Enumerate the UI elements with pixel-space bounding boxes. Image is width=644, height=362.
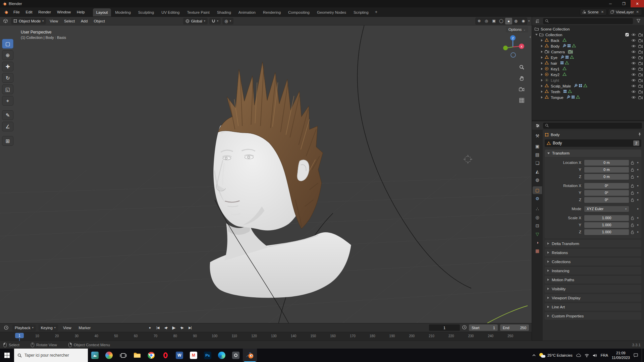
chevron-right-icon[interactable]	[540, 50, 543, 53]
timeline-ruler[interactable]: 1102030405060708090100110120130140150160…	[0, 332, 532, 341]
disable-render-icon[interactable]	[638, 56, 643, 59]
animate-dot[interactable]: ●	[636, 230, 640, 234]
transform-value-field[interactable]: 1.000	[584, 215, 629, 221]
add-workspace-button[interactable]: +	[372, 9, 380, 14]
timeline-menu-playback[interactable]: Playback▾	[12, 324, 36, 331]
disable-render-icon[interactable]	[638, 79, 643, 82]
auto-keyframe-clock-icon[interactable]	[462, 325, 467, 330]
jump-start-button[interactable]: |◀	[154, 324, 161, 331]
timeline-menu-marker[interactable]: Marker	[76, 326, 93, 330]
outliner-row[interactable]: Camera	[532, 49, 644, 55]
frame-tick-120[interactable]: 120	[251, 334, 257, 338]
lock-icon[interactable]	[629, 184, 636, 188]
lock-icon[interactable]	[629, 230, 636, 234]
frame-tick-140[interactable]: 140	[291, 334, 297, 338]
properties-tab-scene[interactable]: ◭	[533, 168, 542, 175]
frame-tick-200[interactable]: 200	[409, 334, 415, 338]
jump-end-button[interactable]: ▶|	[186, 324, 194, 331]
transform-value-field[interactable]: XYZ Euler▾	[584, 206, 629, 212]
transform-orientation-dropdown[interactable]: Global▾	[183, 18, 208, 24]
shading-wireframe-icon[interactable]: ◯	[498, 18, 505, 24]
task-view-icon[interactable]	[116, 349, 130, 362]
hide-viewport-icon[interactable]	[631, 79, 636, 82]
properties-tab-object[interactable]: ▢	[533, 186, 542, 194]
panel-section-delta-transform[interactable]: Delta Transform	[545, 240, 641, 247]
hide-viewport-icon[interactable]	[631, 96, 636, 99]
pinned-2-icon[interactable]	[102, 349, 116, 362]
hide-viewport-icon[interactable]	[631, 90, 636, 93]
word-icon[interactable]: W	[172, 349, 186, 362]
filter-funnel-icon[interactable]	[635, 18, 642, 24]
blender-icon[interactable]	[243, 349, 257, 362]
menu-render[interactable]: Render	[35, 8, 54, 16]
pin-icon[interactable]	[638, 132, 641, 137]
volume-icon[interactable]	[593, 354, 597, 357]
clock[interactable]: 21:0911/09/2023	[612, 351, 630, 360]
shading-material-icon[interactable]: ◍	[513, 18, 520, 24]
transform-value-field[interactable]: 0 m	[584, 167, 629, 173]
data-icon[interactable]	[570, 55, 574, 60]
frame-tick-100[interactable]: 100	[212, 334, 218, 338]
hide-viewport-icon[interactable]	[631, 56, 636, 59]
properties-tab-tool[interactable]: ⚒	[533, 132, 542, 140]
frame-tick-80[interactable]: 80	[173, 334, 177, 338]
lock-icon[interactable]	[629, 198, 636, 202]
disable-render-icon[interactable]	[638, 90, 643, 94]
outliner-item-name[interactable]: Scalp_Male	[551, 84, 571, 88]
camera-view-icon[interactable]	[518, 85, 526, 93]
tool-transform[interactable]: ⌖	[2, 96, 13, 106]
workspace-tab-sculpting[interactable]: Sculpting	[135, 8, 157, 16]
hide-viewport-icon[interactable]	[631, 39, 636, 42]
navigation-gizmo[interactable]: Z X	[499, 34, 526, 60]
menu-help[interactable]: Help	[74, 8, 88, 16]
viewport-menu-select[interactable]: Select	[62, 19, 77, 23]
transform-value-field[interactable]: 0°	[584, 190, 629, 196]
hide-viewport-icon[interactable]	[631, 45, 636, 48]
current-frame-field[interactable]: 1	[429, 324, 460, 331]
properties-tab-render[interactable]: ▣	[533, 142, 542, 150]
outliner-item-name[interactable]: Teeth	[551, 90, 560, 94]
properties-tab-object-data[interactable]: ▽	[533, 230, 542, 238]
notification-center-icon[interactable]	[634, 353, 638, 357]
zoom-icon[interactable]	[518, 63, 526, 71]
panel-section-custom-properties[interactable]: Custom Properties	[545, 312, 641, 320]
grid-icon[interactable]	[560, 61, 564, 65]
outliner-row[interactable]: Teeth	[532, 89, 644, 95]
lock-icon[interactable]	[629, 161, 636, 165]
timeline-menu-keying[interactable]: Keying▾	[39, 324, 58, 331]
outliner-item-name[interactable]: Body	[551, 44, 559, 48]
scene-chip[interactable]: Scene ✕	[580, 9, 607, 15]
tool-select-box[interactable]: ▢	[2, 39, 13, 49]
grid-icon[interactable]	[579, 84, 582, 88]
chevron-right-icon[interactable]	[540, 79, 543, 82]
close-button[interactable]: ✕	[631, 0, 644, 7]
panel-section-relations[interactable]: Relations	[545, 249, 641, 256]
maximize-button[interactable]: ❐	[617, 0, 631, 7]
frame-tick-10[interactable]: 10	[35, 334, 39, 338]
outliner-row[interactable]: Light	[532, 77, 644, 83]
workspace-tab-modeling[interactable]: Modeling	[112, 8, 134, 16]
outliner-row[interactable]: hair	[532, 60, 644, 66]
snapping-dropdown[interactable]: ▾	[209, 18, 221, 24]
properties-editor-icon[interactable]	[534, 122, 541, 129]
properties-tab-view-layer[interactable]: ❏	[533, 159, 542, 167]
animate-dot[interactable]: ●	[636, 198, 640, 201]
proportional-editing-dropdown[interactable]: ◎▾	[222, 18, 233, 24]
lock-icon[interactable]	[629, 223, 636, 227]
chevron-right-icon[interactable]	[540, 67, 543, 70]
timeline-editor-icon[interactable]	[3, 324, 10, 331]
frame-tick-220[interactable]: 220	[448, 334, 454, 338]
grid-icon[interactable]	[567, 44, 571, 48]
frame-end-field[interactable]: End250	[500, 324, 529, 331]
viewport-menu-view[interactable]: View	[47, 19, 60, 23]
outliner-row[interactable]: Back	[532, 38, 644, 43]
outliner-item-name[interactable]: Light	[551, 78, 559, 82]
workspace-tab-shading[interactable]: Shading	[214, 8, 234, 16]
tool-cursor[interactable]: ⊕	[2, 50, 13, 60]
panel-section-instancing[interactable]: Instancing	[545, 267, 641, 275]
panel-section-line-art[interactable]: Line Art	[545, 303, 641, 311]
start-button[interactable]	[0, 349, 14, 362]
frame-tick-40[interactable]: 40	[95, 334, 98, 338]
chevron-right-icon[interactable]	[540, 84, 543, 87]
outliner-search-input[interactable]	[543, 18, 633, 24]
